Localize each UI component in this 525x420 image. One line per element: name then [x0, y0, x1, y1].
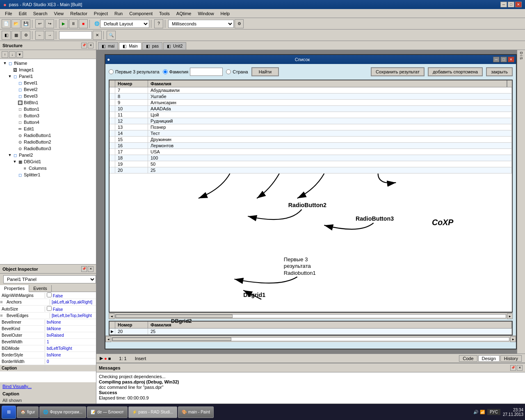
- grid2-row-20[interactable]: ▶ 20 25: [110, 329, 512, 335]
- prop-beveledges[interactable]: ⊞ BevelEdges [beLeft,beTop,beRight: [0, 313, 96, 319]
- layout-dropdown[interactable]: Default Layout: [100, 20, 149, 28]
- menu-tools[interactable]: Tools: [156, 10, 173, 17]
- taskbar-item-notepad[interactable]: 📝 de — Блокнот: [87, 406, 127, 418]
- menu-search[interactable]: Search: [30, 10, 51, 17]
- menu-component[interactable]: Component: [126, 10, 156, 17]
- h-scrollbar-second[interactable]: ◂ ▸: [105, 336, 516, 342]
- prop-autosize[interactable]: AutoSize False: [0, 306, 96, 313]
- tb2-btn3[interactable]: ⚙: [21, 31, 30, 40]
- struct-tb-btn2[interactable]: ↓: [9, 51, 16, 58]
- menu-edit[interactable]: Edit: [16, 10, 30, 17]
- tab-code[interactable]: Code: [459, 355, 477, 362]
- record-btn[interactable]: ●: [104, 356, 107, 361]
- tb2-btn2[interactable]: ▦: [11, 31, 21, 40]
- search-clear-btn[interactable]: ✕: [93, 31, 102, 40]
- prop-anchors[interactable]: ⊞ Anchors [akLeft,akTop,akRight]: [0, 299, 96, 306]
- right-tool-btn2[interactable]: i: [519, 55, 523, 56]
- tab-properties[interactable]: Properties: [0, 285, 29, 292]
- expand-panel2[interactable]: ▼: [7, 153, 12, 158]
- menu-run[interactable]: Run: [111, 10, 126, 17]
- add-athlete-button[interactable]: добавить спортсмена: [428, 67, 483, 76]
- family-input[interactable]: [190, 68, 223, 76]
- menu-aqtime[interactable]: AQtime: [173, 10, 195, 17]
- prop-bevelkind[interactable]: BevelKind bkNone: [0, 326, 96, 332]
- radio-first3[interactable]: [109, 69, 114, 74]
- tree-item-rb1[interactable]: ⊙ RadioButton1: [1, 132, 95, 139]
- scroll-right-btn2[interactable]: ▸: [510, 336, 516, 342]
- menu-help[interactable]: Help: [217, 10, 233, 17]
- form-maximize-btn[interactable]: □: [500, 57, 507, 62]
- expand-icon-beveledges[interactable]: ⊞: [0, 314, 5, 317]
- second-data-grid[interactable]: Номер Фамилия ▶ 20 25: [109, 321, 513, 336]
- close-form-button[interactable]: закрыть: [486, 67, 513, 76]
- start-button[interactable]: ⊞: [2, 406, 16, 419]
- tab-unit2[interactable]: ◧ Unit2: [163, 42, 186, 50]
- menu-project[interactable]: Project: [91, 10, 111, 17]
- structure-close-btn[interactable]: ✕: [88, 43, 94, 48]
- bind-visually-link[interactable]: Bind Visually...: [0, 382, 96, 390]
- tree-item-panel2[interactable]: ▼ ◻ Panel2: [1, 152, 95, 158]
- tree-item-button4[interactable]: □ Button4: [1, 119, 95, 126]
- undo-btn[interactable]: ↩: [35, 19, 44, 28]
- taskbar-item-forum[interactable]: 🌐 Форум програм...: [39, 406, 86, 418]
- expand-dbgrid1[interactable]: ▼: [12, 159, 17, 164]
- prop-alignwithmargins[interactable]: AlignWithMargins False: [0, 292, 96, 299]
- taskbar-item-rad[interactable]: ⚡ pass - RAD Studi...: [128, 406, 177, 418]
- grid-row-11[interactable]: 11 Цой: [110, 112, 512, 118]
- grid-row-15[interactable]: 15 Дружинин: [110, 137, 512, 143]
- tree-item-columns[interactable]: ≡ Columns: [1, 165, 95, 171]
- tab-main[interactable]: ◧ Main: [119, 42, 142, 50]
- scroll-left-btn[interactable]: ◂: [109, 313, 114, 319]
- tab-mai[interactable]: ◧ mai: [98, 42, 118, 50]
- tab-design[interactable]: Design: [478, 355, 500, 362]
- tree-item-button1[interactable]: □ Button1: [1, 106, 95, 112]
- menu-window[interactable]: Window: [194, 10, 217, 17]
- tb2-btn4[interactable]: ←: [35, 31, 44, 40]
- milliseconds-dropdown[interactable]: Milliseconds: [168, 20, 234, 28]
- expand-panel1[interactable]: ▼: [7, 74, 12, 79]
- right-tool-btn3[interactable]: S: [519, 57, 523, 59]
- tb2-btn1[interactable]: ◧: [2, 31, 11, 40]
- grid-row-18[interactable]: 18 100: [110, 155, 512, 161]
- save-btn[interactable]: 💾: [21, 19, 30, 28]
- grid-row-10[interactable]: 10 AAADAda: [110, 106, 512, 112]
- main-data-grid[interactable]: Номер Фамилия 7 Абудлашвили: [109, 80, 513, 313]
- prop-borderstyle[interactable]: BorderStyle bsNone: [0, 352, 96, 358]
- expand-icon-anchors[interactable]: ⊞: [0, 300, 5, 304]
- tree-item-image1[interactable]: 🖼 Image1: [1, 66, 95, 73]
- grid-row-19[interactable]: 19 50: [110, 161, 512, 167]
- tree-item-edit1[interactable]: ✏ Edit1: [1, 126, 95, 132]
- oi-pin-btn[interactable]: 📌: [81, 266, 87, 272]
- menu-file[interactable]: File: [2, 10, 16, 17]
- prop-bidimode[interactable]: BiDiMode bdLeftToRight: [0, 345, 96, 352]
- zoom-in-btn[interactable]: 🔍: [107, 31, 116, 40]
- checkbox-alignwithmargins[interactable]: [47, 292, 52, 297]
- grid-row-12[interactable]: 12 Рудницкий: [110, 118, 512, 124]
- grid-row-7[interactable]: 7 Абудлашвили: [110, 87, 512, 94]
- pause-btn[interactable]: ⏸: [69, 19, 78, 28]
- stop-btn2[interactable]: ■: [108, 356, 111, 361]
- tab-pas[interactable]: ◧ pas: [142, 42, 162, 50]
- tree-item-bevel3[interactable]: ◻ Bevel3: [1, 93, 95, 99]
- form-minimize-btn[interactable]: ─: [493, 57, 500, 62]
- component-selector[interactable]: Panel1 TPanel: [3, 275, 96, 283]
- grid-row-20[interactable]: 20 25: [110, 167, 512, 173]
- oi-close-btn[interactable]: ✕: [88, 266, 94, 272]
- expand-fname[interactable]: ▼: [2, 61, 7, 66]
- open-btn[interactable]: 📂: [11, 19, 21, 28]
- tree-item-rb2[interactable]: ⊙ RadioButton2: [1, 139, 95, 145]
- prop-borderwidth[interactable]: BorderWidth 0: [0, 358, 96, 365]
- grid-row-16[interactable]: 16 Лермонтов: [110, 143, 512, 149]
- prop-bevelouter[interactable]: BevelOuter bvRaised: [0, 332, 96, 339]
- tb2-btn5[interactable]: →: [45, 31, 54, 40]
- play-btn[interactable]: ▶: [100, 356, 103, 361]
- messages-close-btn[interactable]: ✕: [517, 365, 523, 371]
- right-tool-btn1[interactable]: D: [519, 52, 523, 55]
- grid-row-17[interactable]: 17 USA: [110, 149, 512, 155]
- find-button[interactable]: Найти: [251, 67, 279, 76]
- taskbar-item-figur[interactable]: 🏠 figur: [17, 406, 39, 418]
- help-btn[interactable]: ?: [154, 19, 163, 28]
- settings-btn[interactable]: ⚙: [235, 19, 244, 28]
- tree-item-bitbtn1[interactable]: 🔲 BitBtn1: [1, 99, 95, 106]
- grid-row-13[interactable]: 13 Познер: [110, 124, 512, 130]
